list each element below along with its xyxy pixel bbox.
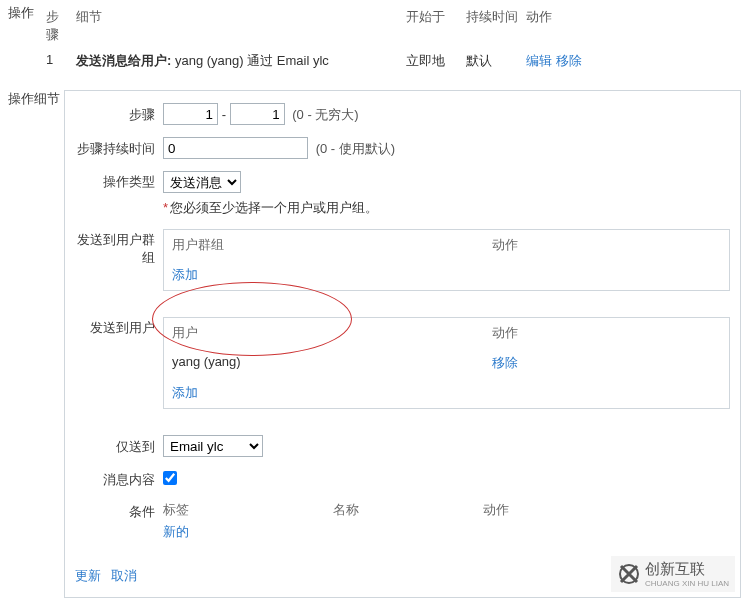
optype-select[interactable]: 发送消息 — [163, 171, 241, 193]
optype-label: 操作类型 — [75, 171, 163, 191]
ops-row: 1 发送消息给用户: yang (yang) 通过 Email ylc 立即地 … — [42, 48, 741, 74]
th-step: 步骤 — [42, 6, 72, 46]
cond-label: 条件 — [75, 501, 163, 521]
th-detail: 细节 — [72, 6, 402, 46]
ops-header: 步骤 细节 开始于 持续时间 动作 — [42, 4, 741, 48]
sendto-label: 仅送到 — [75, 436, 163, 456]
step-label: 步骤 — [75, 104, 163, 124]
detail-value: yang (yang) 通过 Email ylc — [175, 53, 329, 68]
msg-checkbox[interactable] — [163, 471, 177, 485]
sendto-select[interactable]: Email ylc — [163, 435, 263, 457]
user-label: 发送到用户 — [75, 317, 163, 337]
cond-col-name: 名称 — [333, 501, 483, 519]
user-entry: yang (yang) — [172, 354, 492, 372]
step-hint: (0 - 无穷大) — [292, 107, 358, 122]
detail-update-link[interactable]: 更新 — [75, 568, 101, 583]
group-table: 用户群组 动作 添加 — [163, 229, 730, 291]
group-add-link[interactable]: 添加 — [172, 266, 198, 284]
group-col-main: 用户群组 — [172, 236, 492, 254]
detail-label: 发送消息给用户: — [76, 53, 171, 68]
brand-logo: 创新互联 CHUANG XIN HU LIAN — [611, 556, 735, 592]
group-label: 发送到用户群组 — [75, 229, 163, 267]
user-add-link[interactable]: 添加 — [172, 384, 198, 402]
stepdur-label: 步骤持续时间 — [75, 138, 163, 158]
td-start: 立即地 — [402, 50, 462, 72]
validation-text: 您必须至少选择一个用户或用户组。 — [170, 200, 378, 215]
user-col-main: 用户 — [172, 324, 492, 342]
cond-new-link[interactable]: 新的 — [163, 523, 189, 541]
remove-link[interactable]: 移除 — [556, 53, 582, 68]
detail-cancel-link[interactable]: 取消 — [111, 568, 137, 583]
cond-table: 标签 名称 动作 新的 — [163, 501, 730, 541]
th-start: 开始于 — [402, 6, 462, 46]
edit-link[interactable]: 编辑 — [526, 53, 552, 68]
logo-icon — [617, 562, 641, 586]
group-col-act: 动作 — [492, 236, 592, 254]
td-detail: 发送消息给用户: yang (yang) 通过 Email ylc — [72, 50, 402, 72]
logo-text-cn: 创新互联 — [645, 560, 705, 577]
stepdur-hint: (0 - 使用默认) — [316, 141, 395, 156]
cond-col-act: 动作 — [483, 501, 583, 519]
user-remove-link[interactable]: 移除 — [492, 355, 518, 370]
td-step: 1 — [42, 50, 72, 72]
dash: - — [222, 107, 226, 122]
th-action: 动作 — [522, 6, 612, 46]
stepdur-input[interactable] — [163, 137, 308, 159]
details-label: 操作细节 — [8, 90, 60, 108]
step-to-input[interactable] — [230, 103, 285, 125]
msg-label: 消息内容 — [75, 469, 163, 489]
operations-label: 操作 — [8, 4, 34, 74]
user-col-act: 动作 — [492, 324, 592, 342]
logo-text-py: CHUANG XIN HU LIAN — [645, 579, 729, 588]
step-from-input[interactable] — [163, 103, 218, 125]
cond-col-tag: 标签 — [163, 501, 333, 519]
user-table: 用户 动作 yang (yang) 移除 添加 — [163, 317, 730, 409]
td-dur: 默认 — [462, 50, 522, 72]
th-dur: 持续时间 — [462, 6, 522, 46]
asterisk-icon: * — [163, 200, 168, 215]
